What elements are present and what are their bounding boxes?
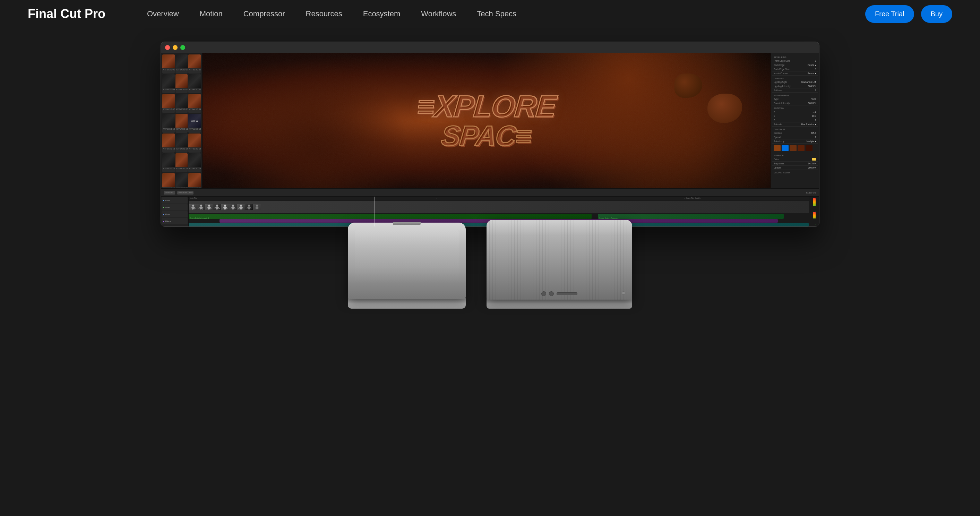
- svg-rect-43: [248, 207, 250, 209]
- mac-pro-port-wide: [557, 292, 578, 295]
- svg-line-20: [214, 207, 216, 208]
- mac-pro-power-button[interactable]: [622, 291, 625, 295]
- inspector-row: Spread 0: [772, 135, 818, 139]
- nav-ecosystem[interactable]: Ecosystem: [363, 10, 401, 18]
- svg-point-48: [256, 205, 258, 207]
- media-thumb[interactable]: ATFW 3D 05: [175, 74, 188, 93]
- inspector-row: Opacity 100.9 %: [772, 166, 818, 170]
- media-thumb[interactable]: ATFW 3D 07: [162, 94, 175, 113]
- svg-line-45: [250, 207, 251, 209]
- explore-text: ≡XPLORE: [416, 91, 557, 122]
- media-thumb[interactable]: ATFW 3D 19: [162, 173, 175, 188]
- nav-tech-specs[interactable]: Tech Specs: [477, 10, 516, 18]
- media-thumb[interactable]: ATFW 3D 10: [162, 114, 175, 133]
- astronaut-icon: [254, 204, 260, 210]
- timeline-timecode: Fade Form: [806, 192, 816, 194]
- astronaut-icon: [206, 204, 212, 210]
- svg-line-8: [199, 207, 200, 209]
- inspector-row: Enable Intensity 160.8 %: [772, 101, 818, 105]
- color-swatch[interactable]: [774, 145, 781, 151]
- mac-pro-grill: [497, 230, 622, 289]
- svg-rect-31: [232, 207, 234, 209]
- mac-pro-body: [487, 220, 632, 299]
- media-thumb[interactable]: ATFW 3D 03: [188, 54, 201, 73]
- svg-line-22: [216, 209, 216, 210]
- color-swatch-selected[interactable]: [782, 145, 789, 151]
- svg-line-39: [242, 207, 243, 208]
- media-thumb[interactable]: ATFW 3D 16: [162, 153, 175, 172]
- media-thumb[interactable]: ATFW 3D 09: [188, 94, 201, 113]
- inspector-row: Anisotropy Multiple ●: [772, 139, 818, 143]
- media-browser[interactable]: ATFW 3D 01 ATFW 3D 02 ATFW 3D 03 ATFW 3D…: [161, 53, 202, 188]
- inspector-section-lighting: Lighting: [772, 76, 818, 80]
- navbar: Final Cut Pro Overview Motion Compressor…: [0, 0, 980, 28]
- inspector-section-environment: Environment: [772, 94, 818, 97]
- traffic-light-close[interactable]: [165, 45, 170, 50]
- timeline-label-video: ● Video: [162, 204, 188, 210]
- svg-point-36: [240, 205, 242, 207]
- brand-logo[interactable]: Final Cut Pro: [28, 6, 105, 21]
- media-thumb[interactable]: ATFW 3D 15: [188, 134, 201, 153]
- nav-workflows[interactable]: Workflows: [421, 10, 456, 18]
- inspector-row: Animate Use Rotation ●: [772, 123, 818, 127]
- nav-compressor[interactable]: Compressor: [243, 10, 285, 18]
- media-thumb[interactable]: ATFW 3D 17: [175, 153, 188, 172]
- color-swatch[interactable]: [798, 145, 805, 151]
- media-thumb[interactable]: ATFW 3D 21: [188, 173, 201, 188]
- svg-point-42: [248, 205, 250, 207]
- track-bar-video: Drone Both Astronauts 1: [189, 214, 592, 219]
- astronaut-frame: [189, 204, 197, 210]
- media-thumb[interactable]: ATFW 3D 08: [175, 94, 188, 113]
- media-thumb[interactable]: ATFW 3D 14: [175, 134, 188, 153]
- free-trial-button[interactable]: Free Trial: [865, 5, 914, 23]
- nav-motion[interactable]: Motion: [200, 10, 223, 18]
- track-bar-video-2: Space Explore Astronaut: [598, 214, 784, 219]
- astronaut-frame: [245, 204, 253, 210]
- inspector-row: Inside Corners Round ●: [772, 72, 818, 76]
- media-thumb[interactable]: ATFW 3D 01: [162, 54, 175, 73]
- inspector-row: Contrast 205.8: [772, 131, 818, 135]
- media-thumb[interactable]: ATFW 3D 20: [175, 173, 188, 188]
- astronaut-icon: [190, 204, 196, 210]
- space-text: SPAC≡: [416, 122, 557, 150]
- svg-line-34: [232, 209, 232, 210]
- inspector-row: Front Edge Size 1: [772, 59, 818, 63]
- svg-line-21: [218, 207, 220, 209]
- svg-point-30: [232, 205, 234, 207]
- color-swatch[interactable]: [805, 145, 813, 151]
- nav-resources[interactable]: Resources: [306, 10, 342, 18]
- edit-roles-btn[interactable]: Edit Roles...: [164, 191, 175, 194]
- svg-line-28: [224, 209, 224, 210]
- traffic-light-minimize[interactable]: [173, 45, 178, 50]
- inspector-row: Brightness 64.78 %: [772, 162, 818, 166]
- media-thumb[interactable]: ATFW 3D 04: [162, 74, 175, 93]
- svg-line-47: [250, 209, 250, 210]
- media-thumb[interactable]: ATFW 3D 18: [188, 153, 201, 172]
- app-body: ATFW 3D 01 ATFW 3D 02 ATFW 3D 03 ATFW 3D…: [161, 53, 819, 226]
- color-swatch[interactable]: [790, 145, 797, 151]
- astronaut-frame: [237, 204, 245, 210]
- volume-meter-bar-2: [813, 212, 816, 225]
- inspector-row: Back Edge Size 1: [772, 67, 818, 72]
- mac-pro-port-1: [541, 291, 546, 296]
- astronaut-frame: [213, 204, 221, 210]
- timeline-labels: ● Titles ● Video ● Music ● Effects: [161, 197, 189, 226]
- nav-overview[interactable]: Overview: [147, 10, 179, 18]
- show-audio-lanes-btn[interactable]: Show Audio Lanes: [177, 191, 194, 194]
- inspector-panel: Bevel Ring Front Edge Size 1 Back Edge R…: [770, 53, 819, 188]
- media-thumb[interactable]: ATFW 3D 11: [175, 114, 188, 133]
- timeline-label-effects: ● Effects: [162, 218, 188, 225]
- svg-line-35: [234, 209, 234, 210]
- astronaut-icon: [246, 204, 252, 210]
- screenshot-container: ATFW 3D 01 ATFW 3D 02 ATFW 3D 03 ATFW 3D…: [161, 41, 819, 227]
- buy-button[interactable]: Buy: [921, 5, 952, 23]
- mac-studio-base: [348, 298, 466, 309]
- media-thumb[interactable]: ATFW 3D 02: [175, 54, 188, 73]
- ruler-mark: [561, 197, 685, 199]
- svg-line-2: [191, 207, 192, 209]
- media-thumb[interactable]: ATFW 3D 13: [162, 134, 175, 153]
- media-thumb[interactable]: ATFW 3D 06: [188, 74, 201, 93]
- traffic-light-fullscreen[interactable]: [180, 45, 185, 50]
- media-thumb[interactable]: ATFWATFW 3D 12: [188, 114, 201, 133]
- navbar-actions: Free Trial Buy: [865, 5, 952, 23]
